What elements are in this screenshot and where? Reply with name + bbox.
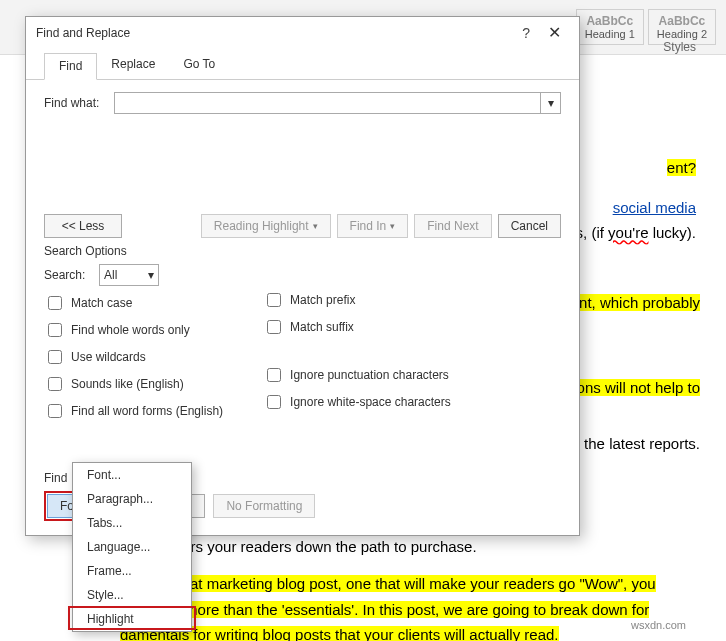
format-menu-highlight[interactable]: Highlight bbox=[73, 607, 191, 631]
whole-words-checkbox[interactable]: Find whole words only bbox=[44, 320, 223, 340]
tab-goto[interactable]: Go To bbox=[169, 52, 229, 79]
help-button[interactable]: ? bbox=[512, 25, 540, 41]
wildcards-checkbox[interactable]: Use wildcards bbox=[44, 347, 223, 367]
tab-replace[interactable]: Replace bbox=[97, 52, 169, 79]
format-menu-font[interactable]: Font... bbox=[73, 463, 191, 487]
social-media-link[interactable]: social media bbox=[613, 199, 696, 216]
find-in-button: Find In bbox=[337, 214, 409, 238]
less-button[interactable]: << Less bbox=[44, 214, 122, 238]
find-what-label: Find what: bbox=[44, 96, 114, 110]
find-what-dropdown[interactable]: ▾ bbox=[540, 93, 560, 113]
format-menu-paragraph[interactable]: Paragraph... bbox=[73, 487, 191, 511]
format-menu-frame[interactable]: Frame... bbox=[73, 559, 191, 583]
text: ling to do more than the 'essentials'. I… bbox=[120, 601, 649, 618]
dialog-tabs: Find Replace Go To bbox=[26, 52, 579, 80]
dialog-title: Find and Replace bbox=[36, 26, 130, 40]
format-menu-style[interactable]: Style... bbox=[73, 583, 191, 607]
chevron-down-icon: ▾ bbox=[548, 96, 554, 110]
text: you're bbox=[608, 224, 648, 241]
search-direction-select[interactable]: All▾ bbox=[99, 264, 159, 286]
match-case-checkbox[interactable]: Match case bbox=[44, 293, 223, 313]
find-next-button: Find Next bbox=[414, 214, 491, 238]
text: lucky). bbox=[648, 224, 696, 241]
format-menu-tabs[interactable]: Tabs... bbox=[73, 511, 191, 535]
styles-group-label: Styles bbox=[663, 40, 696, 54]
search-direction-label: Search: bbox=[44, 268, 99, 282]
dialog-titlebar: Find and Replace ? ✕ bbox=[26, 17, 579, 48]
close-button[interactable]: ✕ bbox=[540, 23, 569, 42]
all-word-forms-checkbox[interactable]: Find all word forms (English) bbox=[44, 401, 223, 421]
text: ions will not help to bbox=[573, 379, 700, 396]
no-formatting-button: No Formatting bbox=[213, 494, 315, 518]
ignore-whitespace-checkbox[interactable]: Ignore white-space characters bbox=[263, 392, 451, 412]
watermark: wsxdn.com bbox=[631, 619, 686, 631]
cancel-button[interactable]: Cancel bbox=[498, 214, 561, 238]
text: ent? bbox=[667, 159, 696, 176]
format-menu-language[interactable]: Language... bbox=[73, 535, 191, 559]
match-suffix-checkbox[interactable]: Match suffix bbox=[263, 317, 451, 337]
tab-find[interactable]: Find bbox=[44, 53, 97, 80]
style-preview: AaBbCc bbox=[585, 14, 635, 28]
text: write a great marketing blog post, one t… bbox=[120, 575, 656, 592]
find-what-input[interactable]: ▾ bbox=[114, 92, 561, 114]
ignore-punctuation-checkbox[interactable]: Ignore punctuation characters bbox=[263, 365, 451, 385]
reading-highlight-button: Reading Highlight bbox=[201, 214, 331, 238]
match-prefix-checkbox[interactable]: Match prefix bbox=[263, 290, 451, 310]
search-options-label: Search Options bbox=[44, 244, 561, 258]
style-heading-1[interactable]: AaBbCc Heading 1 bbox=[576, 9, 644, 45]
style-name: Heading 1 bbox=[585, 28, 635, 40]
sounds-like-checkbox[interactable]: Sounds like (English) bbox=[44, 374, 223, 394]
chevron-down-icon: ▾ bbox=[148, 268, 154, 282]
style-preview: AaBbCc bbox=[657, 14, 707, 28]
find-replace-dialog: Find and Replace ? ✕ Find Replace Go To … bbox=[25, 16, 580, 536]
format-menu: Font... Paragraph... Tabs... Language...… bbox=[72, 462, 192, 632]
style-name: Heading 2 bbox=[657, 28, 707, 40]
